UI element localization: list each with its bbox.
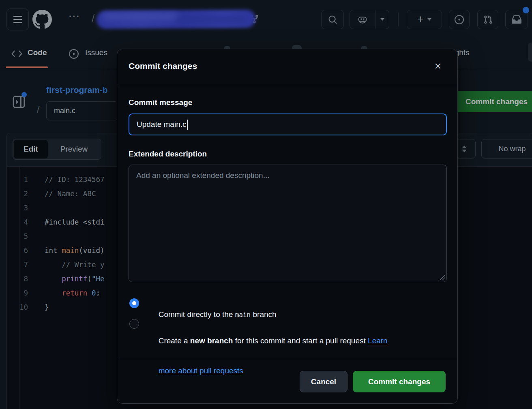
radio-new-branch[interactable] xyxy=(129,319,139,329)
learn-more-link[interactable]: Learn xyxy=(368,336,388,345)
branch-name-main: main xyxy=(235,311,251,319)
commit-message-label: Commit message xyxy=(129,98,192,107)
dialog-header-divider xyxy=(117,85,457,85)
extended-description-label: Extended description xyxy=(129,150,207,158)
radio-commit-directly[interactable] xyxy=(129,298,139,308)
extended-description-textarea[interactable] xyxy=(129,165,447,282)
commit-changes-dialog: Commit changes ✕ Commit message Update m… xyxy=(117,49,458,404)
cancel-button[interactable]: Cancel xyxy=(300,371,348,392)
commit-message-value: Update main.c xyxy=(137,120,187,129)
dialog-footer-divider xyxy=(117,359,457,359)
close-button[interactable]: ✕ xyxy=(431,60,445,73)
commit-message-input[interactable]: Update main.c xyxy=(129,113,447,135)
dialog-title: Commit changes xyxy=(129,61,197,71)
commit-changes-submit-button[interactable]: Commit changes xyxy=(353,371,446,392)
close-icon: ✕ xyxy=(434,61,442,72)
text-cursor xyxy=(187,120,188,130)
github-page: ··· / xyxy=(0,0,532,409)
learn-more-link-line2[interactable]: more about pull requests xyxy=(159,366,243,375)
new-branch-bold-text: new branch xyxy=(190,336,233,345)
